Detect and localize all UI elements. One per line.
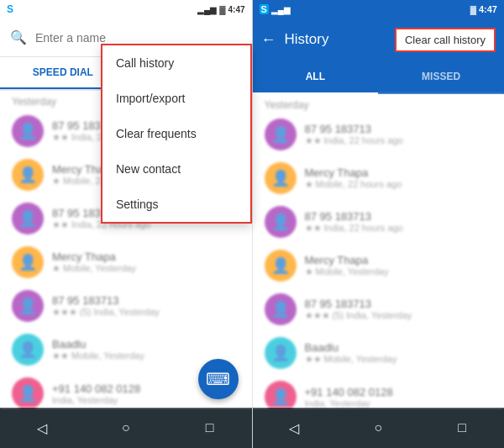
- recents-button-right[interactable]: □: [450, 416, 474, 440]
- avatar: 👤: [12, 377, 44, 408]
- app-bar-right: ← History Clear call history: [253, 18, 505, 61]
- back-button-right[interactable]: ◁: [282, 416, 306, 440]
- tab-all[interactable]: ALL: [253, 61, 379, 94]
- list-item: 👤 Mercy Thapa ★ Mobile, Yesterday: [253, 244, 505, 287]
- avatar: 👤: [265, 381, 297, 408]
- menu-item-settings[interactable]: Settings: [102, 187, 250, 222]
- signal-icon: ▂▄▆: [197, 5, 217, 14]
- avatar: 👤: [265, 250, 297, 282]
- back-arrow-icon[interactable]: ←: [261, 31, 276, 49]
- back-button-left[interactable]: ◁: [30, 416, 54, 440]
- avatar: 👤: [265, 337, 297, 369]
- avatar: 👤: [12, 159, 44, 191]
- avatar: 👤: [265, 293, 297, 325]
- avatar: 👤: [12, 115, 44, 147]
- skype-icon-right: S: [260, 4, 269, 14]
- fab-button[interactable]: ⌨: [198, 359, 239, 399]
- right-panel: S ▂▄▆ ▓ 4:47 ← History Clear call histor…: [253, 0, 505, 448]
- signal-icon-right: ▂▄▆: [271, 5, 291, 14]
- list-item: 👤 87 95 183713 ★★★ (5) India, Yesterday: [253, 287, 505, 331]
- home-button-right[interactable]: ○: [366, 416, 390, 440]
- bottom-nav-right: ◁ ○ □: [253, 408, 505, 448]
- avatar: 👤: [12, 334, 44, 366]
- section-label-yesterday-right: Yesterday: [253, 94, 505, 113]
- status-left-icons: S: [7, 3, 13, 15]
- list-item: 👤 Baadlu ★★ Mobile, Yesterday: [253, 331, 505, 375]
- menu-item-call-history[interactable]: Call history: [102, 45, 250, 81]
- recents-button-left[interactable]: □: [198, 416, 222, 440]
- avatar: 👤: [12, 290, 44, 322]
- battery-icon: ▓: [219, 5, 225, 14]
- home-button-left[interactable]: ○: [114, 416, 138, 440]
- menu-item-new-contact[interactable]: New contact: [102, 151, 250, 187]
- app-bar-title: History: [285, 31, 386, 48]
- battery-right: ▓: [470, 5, 476, 14]
- tabs-right: ALL MISSED: [253, 61, 505, 94]
- time-right: 4:47: [479, 4, 497, 14]
- status-bar-right: S ▂▄▆ ▓ 4:47: [253, 0, 505, 18]
- list-item: 👤 Mercy Thapa ★ Mobile, 22 hours ago: [253, 156, 505, 200]
- left-panel: S ▂▄▆ ▓ 4:47 🔍 SPEED DIAL R... Yesterday…: [0, 0, 252, 448]
- time-left: 4:47: [228, 5, 244, 14]
- bottom-nav-left: ◁ ○ □: [0, 408, 252, 448]
- status-right-right-icons: ▓ 4:47: [470, 4, 497, 14]
- tab-missed[interactable]: MISSED: [378, 61, 504, 94]
- skype-icon: S: [7, 3, 13, 15]
- avatar: 👤: [265, 119, 297, 150]
- avatar: 👤: [12, 246, 44, 278]
- contact-list-right: Yesterday 👤 87 95 183713 ★★ India, 22 ho…: [253, 94, 505, 408]
- avatar: 👤: [265, 162, 297, 194]
- status-bar-left: S ▂▄▆ ▓ 4:47: [0, 0, 252, 18]
- search-input[interactable]: [35, 31, 242, 45]
- list-item: 👤 Mercy Thapa ★ Mobile, Yesterday: [0, 240, 252, 284]
- menu-item-clear-frequents[interactable]: Clear frequents: [102, 116, 250, 151]
- clear-call-history-button[interactable]: Clear call history: [395, 28, 496, 52]
- avatar: 👤: [12, 203, 44, 235]
- status-right-icons: ▂▄▆ ▓ 4:47: [197, 5, 244, 14]
- dropdown-menu: Call history Import/export Clear frequen…: [101, 44, 252, 224]
- list-item: 👤 87 95 183713 ★★ India, 22 hours ago: [253, 113, 505, 156]
- menu-item-import-export[interactable]: Import/export: [102, 81, 250, 116]
- list-item: 👤 87 95 183713 ★★ India, 22 hours ago: [253, 200, 505, 244]
- list-item: 👤 +91 140 082 0128 India, Yesterday: [253, 375, 505, 408]
- avatar: 👤: [265, 206, 297, 238]
- search-icon: 🔍: [10, 29, 27, 45]
- dialpad-icon: ⌨: [206, 369, 230, 389]
- status-right-left-icons: S ▂▄▆: [260, 4, 291, 14]
- list-item: 👤 87 95 183713 ★★★ (5) India, Yesterday: [0, 284, 252, 328]
